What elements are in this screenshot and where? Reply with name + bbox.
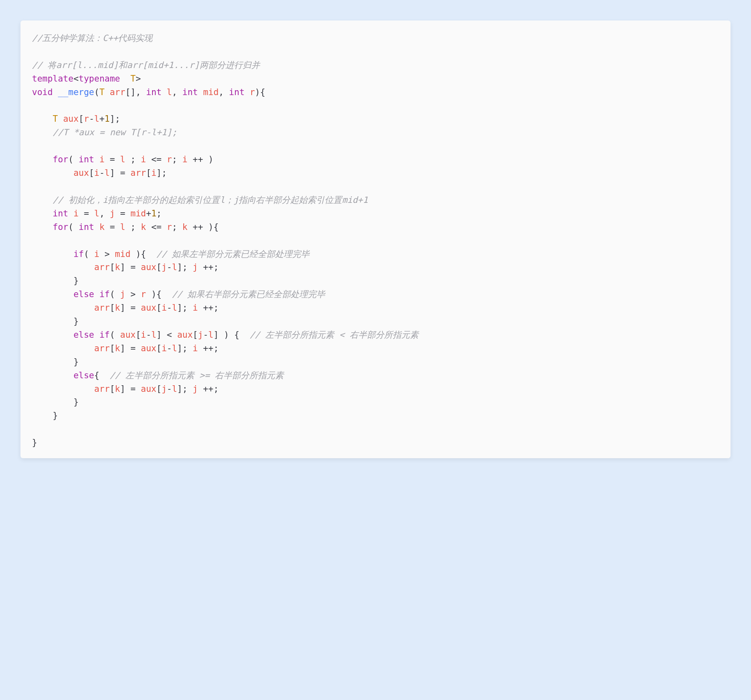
code-token: = xyxy=(105,155,120,164)
code-token: ] ) { xyxy=(214,330,250,340)
code-token: arr xyxy=(110,87,125,97)
code-token: > xyxy=(99,249,115,259)
code-token: r xyxy=(84,114,89,124)
code-token: <= xyxy=(146,222,167,232)
code-token: k xyxy=(182,222,188,232)
code-token: aux xyxy=(177,330,193,340)
code-token xyxy=(245,87,250,97)
code-token: l xyxy=(120,222,125,232)
code-token: ; xyxy=(157,209,162,218)
code-token: mid xyxy=(203,87,218,97)
code-token: aux xyxy=(63,114,79,124)
code-token: l xyxy=(105,168,110,178)
code-token: < xyxy=(73,74,79,84)
code-token: ++ ) xyxy=(187,155,213,164)
code-token: aux xyxy=(141,343,157,353)
code-token: k xyxy=(115,343,120,353)
code-token: int xyxy=(79,155,94,164)
code-token: ++; xyxy=(198,343,219,353)
code-token: int xyxy=(79,222,94,232)
code-token: ; xyxy=(125,155,141,164)
code-token: i xyxy=(99,155,105,164)
code-token: ]; xyxy=(177,262,193,272)
code-token: [ xyxy=(110,303,115,313)
code-token: [ xyxy=(146,168,151,178)
code-token: - xyxy=(167,303,172,313)
code-token: i xyxy=(94,249,100,259)
code-token: j xyxy=(110,209,115,218)
code-token: - xyxy=(167,343,172,353)
code-token: ){ xyxy=(130,249,156,259)
code-token: k xyxy=(141,222,146,232)
code-token: k xyxy=(99,222,105,232)
code-token xyxy=(32,222,53,232)
code-token: i xyxy=(141,155,146,164)
code-token: 1 xyxy=(105,114,110,124)
code-token: } xyxy=(32,411,58,420)
code-token: mid xyxy=(115,249,130,259)
code-token: i xyxy=(94,168,100,178)
code-token: [ xyxy=(110,343,115,353)
code-token: T xyxy=(130,74,136,84)
code-token: } xyxy=(32,397,79,407)
code-token: j xyxy=(120,289,125,299)
code-token: k xyxy=(115,303,120,313)
code-token: [ xyxy=(136,330,141,340)
code-token: ++ ){ xyxy=(187,222,218,232)
code-token: , xyxy=(218,87,229,97)
code-token: ] < xyxy=(157,330,178,340)
code-token xyxy=(68,209,74,218)
code-token: [ xyxy=(156,303,162,313)
code-token: - xyxy=(203,330,208,340)
code-token: // 初始化，i指向左半部分的起始索引位置l；j指向右半部分起始索引位置mid+… xyxy=(53,195,368,205)
code-token: [ xyxy=(156,384,162,394)
code-token: ] = xyxy=(120,343,141,353)
code-token: ; xyxy=(172,222,182,232)
code-token: , xyxy=(172,87,182,97)
code-token xyxy=(32,168,73,178)
code-token: l xyxy=(172,262,177,272)
code-token: ]; xyxy=(177,384,193,394)
code-token: if xyxy=(99,289,109,299)
code-token: , xyxy=(99,209,109,218)
code-token xyxy=(162,87,167,97)
code-token: T xyxy=(53,114,58,124)
code-token: ] = xyxy=(120,262,141,272)
code-token xyxy=(94,155,100,164)
code-token: l xyxy=(94,114,100,124)
code-token xyxy=(32,289,73,299)
code-token: - xyxy=(146,330,151,340)
code-token: arr xyxy=(94,262,110,272)
code-token: > xyxy=(125,289,141,299)
code-block[interactable]: //五分钟学算法：C++代码实现 // 将arr[l...mid]和arr[mi… xyxy=(32,32,719,450)
code-token: r xyxy=(167,155,172,164)
code-token: ++; xyxy=(198,303,219,313)
code-token: - xyxy=(167,384,172,394)
code-token: void xyxy=(32,87,53,97)
code-token: i xyxy=(162,303,167,313)
code-token xyxy=(198,87,203,97)
code-token xyxy=(32,262,94,272)
code-token: ] = xyxy=(120,303,141,313)
code-token xyxy=(32,384,94,394)
code-token: [ xyxy=(156,343,162,353)
code-token: l xyxy=(172,343,177,353)
code-token: arr xyxy=(94,343,110,353)
code-token xyxy=(32,209,53,218)
code-token: for xyxy=(53,155,68,164)
code-token: - xyxy=(89,114,94,124)
code-token xyxy=(94,330,100,340)
code-token: aux xyxy=(120,330,136,340)
code-token xyxy=(53,87,58,97)
code-token: aux xyxy=(141,262,157,272)
code-token xyxy=(32,370,73,380)
code-token: l xyxy=(120,155,125,164)
code-token: j xyxy=(162,262,167,272)
code-token: r xyxy=(167,222,172,232)
code-card: //五分钟学算法：C++代码实现 // 将arr[l...mid]和arr[mi… xyxy=(20,20,731,458)
code-token: r xyxy=(141,289,146,299)
code-token: i xyxy=(141,330,146,340)
code-token: ( xyxy=(68,155,79,164)
code-token: //T *aux = new T[r-l+1]; xyxy=(53,127,177,137)
code-token: ]; xyxy=(177,343,193,353)
